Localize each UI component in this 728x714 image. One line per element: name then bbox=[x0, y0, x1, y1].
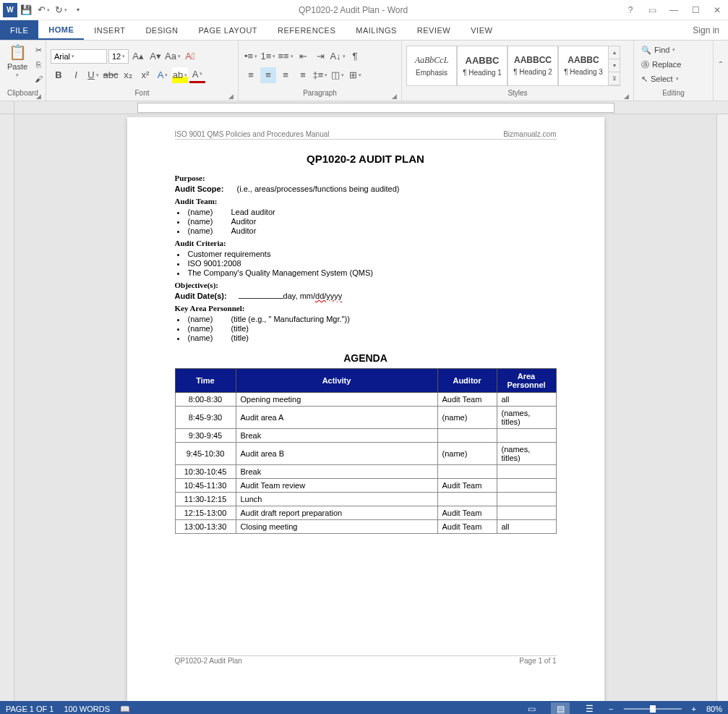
team-item: (name)Auditor bbox=[187, 226, 557, 235]
bold-icon[interactable]: B bbox=[51, 67, 67, 83]
copy-icon[interactable]: ⎘ bbox=[32, 58, 45, 71]
decrease-indent-icon[interactable]: ⇤ bbox=[295, 48, 311, 64]
help-icon[interactable]: ? bbox=[620, 1, 641, 19]
print-layout-icon[interactable]: ▤ bbox=[551, 702, 570, 714]
tab-review[interactable]: REVIEW bbox=[407, 20, 461, 40]
undo-icon[interactable]: ↶ bbox=[35, 1, 52, 19]
highlight-icon[interactable]: ab bbox=[172, 67, 188, 83]
align-right-icon[interactable]: ≡ bbox=[278, 67, 294, 83]
underline-icon[interactable]: U bbox=[85, 67, 101, 83]
styles-group-label: Styles bbox=[508, 89, 527, 97]
team-item: (name)Auditor bbox=[187, 217, 557, 226]
clipboard-launcher-icon[interactable]: ◢ bbox=[36, 93, 41, 100]
read-mode-icon[interactable]: ▭ bbox=[522, 702, 541, 714]
vertical-scrollbar[interactable] bbox=[716, 114, 728, 701]
styles-more-icon[interactable]: ⊻ bbox=[609, 72, 620, 85]
subscript-icon[interactable]: x₂ bbox=[120, 67, 136, 83]
save-icon[interactable]: 💾 bbox=[17, 1, 35, 19]
table-row: 8:45-9:30Audit area A(name)(names, title… bbox=[175, 407, 556, 429]
justify-icon[interactable]: ≡ bbox=[295, 67, 311, 83]
increase-indent-icon[interactable]: ⇥ bbox=[312, 48, 328, 64]
paste-button[interactable]: 📋 Paste ▾ bbox=[4, 42, 30, 80]
web-layout-icon[interactable]: ☰ bbox=[580, 702, 599, 714]
sign-in-link[interactable]: Sign in bbox=[684, 20, 728, 40]
tab-references[interactable]: REFERENCES bbox=[267, 20, 346, 40]
horizontal-ruler[interactable] bbox=[0, 101, 728, 114]
editing-group-label: Editing bbox=[662, 89, 685, 97]
zoom-level[interactable]: 80% bbox=[706, 705, 722, 713]
word-app-icon: W bbox=[3, 3, 17, 17]
multilevel-list-icon[interactable]: ≡≡ bbox=[278, 48, 294, 64]
style-emphasis[interactable]: AaBbCcLEmphasis bbox=[406, 46, 457, 86]
styles-gallery[interactable]: AaBbCcLEmphasis AABBC¶ Heading 1 AABBCC¶… bbox=[406, 46, 620, 86]
bullets-icon[interactable]: •≡ bbox=[243, 48, 259, 64]
cut-icon[interactable]: ✂ bbox=[32, 43, 45, 56]
style-heading3[interactable]: AABBC¶ Heading 3 bbox=[558, 46, 609, 86]
change-case-icon[interactable]: Aa bbox=[165, 48, 181, 64]
zoom-in-icon[interactable]: + bbox=[692, 705, 696, 713]
find-button[interactable]: 🔍Find▾ bbox=[638, 43, 684, 56]
styles-up-icon[interactable]: ▴ bbox=[609, 46, 620, 59]
tab-view[interactable]: VIEW bbox=[461, 20, 502, 40]
status-words[interactable]: 100 WORDS bbox=[64, 705, 110, 713]
agenda-table: Time Activity Auditor Area Personnel 8:0… bbox=[175, 368, 557, 534]
paragraph-launcher-icon[interactable]: ◢ bbox=[392, 93, 397, 100]
th-time: Time bbox=[175, 369, 236, 393]
tab-design[interactable]: DESIGN bbox=[135, 20, 188, 40]
minimize-icon[interactable]: — bbox=[663, 1, 685, 19]
status-page[interactable]: PAGE 1 OF 1 bbox=[6, 705, 53, 713]
numbering-icon[interactable]: 1≡ bbox=[260, 48, 276, 64]
format-painter-icon[interactable]: 🖌 bbox=[32, 72, 45, 85]
tab-home[interactable]: HOME bbox=[38, 20, 84, 40]
dates-label: Audit Date(s): bbox=[175, 292, 227, 300]
tab-mailings[interactable]: MAILINGS bbox=[346, 20, 407, 40]
superscript-icon[interactable]: x² bbox=[137, 67, 153, 83]
proofing-icon[interactable]: 📖 bbox=[120, 705, 130, 714]
replace-button[interactable]: ⓐReplace bbox=[638, 58, 684, 71]
shrink-font-icon[interactable]: A▾ bbox=[147, 48, 163, 64]
style-heading2[interactable]: AABBCC¶ Heading 2 bbox=[508, 46, 558, 86]
qat-customize-icon[interactable]: ▾ bbox=[69, 1, 87, 19]
borders-icon[interactable]: ⊞ bbox=[347, 67, 363, 83]
show-marks-icon[interactable]: ¶ bbox=[347, 48, 363, 64]
tab-insert[interactable]: INSERT bbox=[84, 20, 135, 40]
document-area[interactable]: ISO 9001 QMS Policies and Procedures Man… bbox=[14, 114, 716, 701]
zoom-out-icon[interactable]: − bbox=[609, 705, 613, 713]
styles-launcher-icon[interactable]: ◢ bbox=[624, 93, 629, 100]
objectives-label: Objective(s): bbox=[175, 281, 557, 289]
sort-icon[interactable]: A↓ bbox=[330, 48, 346, 64]
align-center-icon[interactable]: ≡ bbox=[260, 67, 276, 83]
close-icon[interactable]: ✕ bbox=[706, 1, 728, 19]
style-heading1[interactable]: AABBC¶ Heading 1 bbox=[457, 46, 508, 86]
align-left-icon[interactable]: ≡ bbox=[243, 67, 259, 83]
doc-footer-right: Page 1 of 1 bbox=[519, 657, 556, 665]
font-name-select[interactable]: Arial bbox=[51, 49, 107, 64]
redo-icon[interactable]: ↻ bbox=[52, 1, 69, 19]
styles-down-icon[interactable]: ▾ bbox=[609, 59, 620, 72]
tab-page-layout[interactable]: PAGE LAYOUT bbox=[189, 20, 268, 40]
doc-header-right: Bizmanualz.com bbox=[503, 130, 556, 138]
shading-icon[interactable]: ◫ bbox=[330, 67, 346, 83]
font-color-icon[interactable]: A bbox=[189, 67, 205, 83]
tab-file[interactable]: FILE bbox=[0, 20, 38, 40]
vertical-ruler[interactable] bbox=[0, 114, 14, 701]
line-spacing-icon[interactable]: ‡≡ bbox=[312, 67, 328, 83]
strikethrough-icon[interactable]: abc bbox=[103, 67, 119, 83]
collapse-ribbon-icon[interactable]: ˆ bbox=[718, 58, 724, 74]
italic-icon[interactable]: I bbox=[68, 67, 84, 83]
text-effects-icon[interactable]: A bbox=[155, 67, 171, 83]
maximize-icon[interactable]: ☐ bbox=[685, 1, 706, 19]
zoom-slider[interactable] bbox=[624, 708, 682, 710]
select-button[interactable]: ↖Select▾ bbox=[638, 72, 684, 85]
ribbon-display-icon[interactable]: ▭ bbox=[641, 1, 663, 19]
doc-header-left: ISO 9001 QMS Policies and Procedures Man… bbox=[175, 130, 330, 138]
font-launcher-icon[interactable]: ◢ bbox=[228, 93, 234, 100]
table-row: 9:30-9:45Break bbox=[175, 429, 556, 443]
dates-blank bbox=[239, 292, 283, 299]
page[interactable]: ISO 9001 QMS Policies and Procedures Man… bbox=[127, 117, 604, 701]
clear-formatting-icon[interactable]: A⃠ bbox=[182, 48, 198, 64]
font-size-select[interactable]: 12 bbox=[108, 49, 129, 64]
team-item: (name)Lead auditor bbox=[187, 208, 557, 216]
table-row: 13:00-13:30Closing meetingAudit Teamall bbox=[175, 520, 556, 534]
grow-font-icon[interactable]: A▴ bbox=[130, 48, 146, 64]
